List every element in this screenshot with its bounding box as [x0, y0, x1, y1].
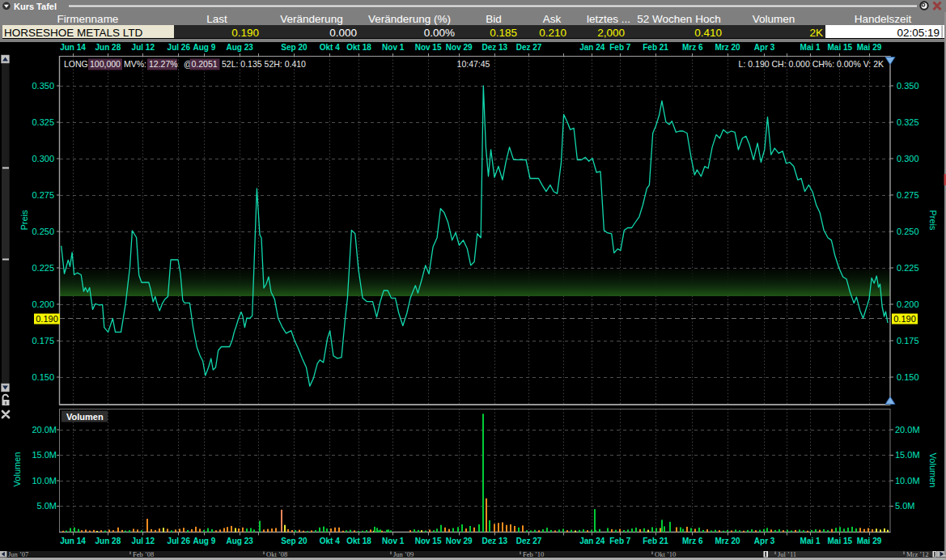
svg-text:Feb 21: Feb 21	[643, 43, 668, 52]
svg-text:0.250: 0.250	[897, 227, 919, 236]
svg-text:52L: 0.135 52H: 0.410: 52L: 0.135 52H: 0.410	[222, 59, 306, 69]
svg-text:Jul 26: Jul 26	[168, 537, 191, 545]
svg-text:20.0M: 20.0M	[895, 425, 920, 435]
svg-text:Jul 12: Jul 12	[132, 43, 155, 52]
svg-text:Aug 9: Aug 9	[193, 537, 216, 545]
svg-text:0.175: 0.175	[32, 336, 54, 346]
svg-text:Jan 24: Jan 24	[579, 43, 605, 52]
svg-text:10:47:45: 10:47:45	[457, 59, 490, 69]
svg-text:Mrz 6: Mrz 6	[682, 537, 703, 545]
svg-text:Preis: Preis	[19, 210, 29, 231]
svg-text:Nov 1: Nov 1	[382, 43, 405, 52]
svg-text:Dez 27: Dez 27	[516, 537, 542, 545]
svg-text:LONG: LONG	[64, 59, 88, 69]
svg-text:Feb 21: Feb 21	[643, 537, 668, 545]
svg-text:0.190: 0.190	[893, 314, 916, 324]
svg-text:0.190: 0.190	[36, 314, 58, 324]
svg-text:100,000: 100,000	[90, 59, 121, 69]
svg-text:Sep 20: Sep 20	[281, 43, 308, 52]
svg-text:0.350: 0.350	[897, 81, 919, 91]
svg-text:Mai 15: Mai 15	[828, 537, 853, 545]
svg-text:0.150: 0.150	[32, 372, 54, 382]
svg-text:Jul 12: Jul 12	[132, 537, 155, 545]
svg-text:Jan 24: Jan 24	[579, 537, 605, 545]
svg-text:Preis: Preis	[928, 210, 938, 231]
svg-text:Aug 9: Aug 9	[193, 43, 216, 52]
svg-text:Jun 14: Jun 14	[60, 43, 86, 52]
svg-text:0.325: 0.325	[897, 117, 919, 127]
svg-text:0.175: 0.175	[897, 336, 919, 346]
svg-text:Mrz 20: Mrz 20	[715, 537, 741, 545]
svg-text:Mai 1: Mai 1	[800, 537, 821, 545]
svg-text:20.0M: 20.0M	[32, 425, 57, 435]
svg-text:Nov 15: Nov 15	[415, 43, 442, 52]
svg-text:L: 0.190 CH: 0.000 CH%: 0.00%: L: 0.190 CH: 0.000 CH%: 0.00% V: 2K	[739, 59, 884, 69]
svg-text:Apr 3: Apr 3	[754, 43, 775, 52]
svg-text:Nov 29: Nov 29	[446, 537, 473, 545]
svg-text:Mai 29: Mai 29	[857, 43, 882, 52]
svg-text:5.0M: 5.0M	[895, 501, 914, 511]
svg-text:10.0M: 10.0M	[895, 476, 920, 486]
svg-text:15.0M: 15.0M	[32, 450, 57, 460]
svg-text:Jun 28: Jun 28	[95, 537, 121, 545]
svg-text:0.2051: 0.2051	[192, 59, 218, 69]
svg-text:0.150: 0.150	[897, 372, 919, 382]
svg-text:Mai 29: Mai 29	[857, 537, 882, 545]
svg-text:Okt 18: Okt 18	[346, 537, 371, 545]
svg-text:0.225: 0.225	[32, 263, 54, 273]
svg-text:0.300: 0.300	[897, 154, 919, 163]
svg-text:Volumen: Volumen	[928, 453, 938, 488]
svg-text:0.325: 0.325	[32, 117, 54, 127]
svg-text:Feb 7: Feb 7	[609, 537, 631, 545]
svg-text:0.275: 0.275	[897, 190, 919, 200]
svg-text:Okt 4: Okt 4	[320, 537, 340, 545]
svg-text:Nov 29: Nov 29	[446, 43, 473, 52]
svg-text:Mrz 6: Mrz 6	[682, 43, 703, 52]
svg-text:0.275: 0.275	[32, 190, 54, 200]
svg-text:Aug 23: Aug 23	[227, 43, 254, 52]
svg-text:Feb 7: Feb 7	[609, 43, 631, 52]
svg-text:0.200: 0.200	[897, 299, 919, 309]
svg-text:0.350: 0.350	[32, 81, 54, 91]
svg-text:Mai 1: Mai 1	[800, 43, 821, 52]
svg-text:Sep 20: Sep 20	[281, 537, 308, 545]
svg-text:15.0M: 15.0M	[895, 450, 920, 460]
svg-text:Dez 13: Dez 13	[481, 537, 507, 545]
svg-text:Dez 27: Dez 27	[516, 43, 542, 52]
svg-text:Apr 3: Apr 3	[754, 537, 775, 545]
svg-text:0.300: 0.300	[32, 154, 54, 163]
svg-text:10.0M: 10.0M	[32, 476, 57, 486]
svg-text:Jun 28: Jun 28	[95, 43, 121, 52]
svg-text:Jul 26: Jul 26	[168, 43, 191, 52]
svg-text:Mai 15: Mai 15	[828, 43, 853, 52]
svg-text:Dez 13: Dez 13	[481, 43, 507, 52]
svg-text:Nov 1: Nov 1	[382, 537, 405, 545]
svg-text:Nov 15: Nov 15	[415, 537, 442, 545]
svg-text:Aug 23: Aug 23	[227, 537, 254, 545]
svg-text:Mrz 20: Mrz 20	[715, 43, 741, 52]
svg-text:Jun 14: Jun 14	[60, 537, 86, 545]
svg-text:12.27%: 12.27%	[149, 59, 178, 69]
svg-text:Volumen: Volumen	[66, 412, 104, 422]
svg-text:Okt 18: Okt 18	[346, 43, 371, 52]
svg-text:5.0M: 5.0M	[37, 501, 57, 511]
svg-text:Okt 4: Okt 4	[320, 43, 340, 52]
svg-text:MV%:: MV%:	[124, 59, 146, 69]
svg-text:0.225: 0.225	[897, 263, 919, 273]
svg-text:0.250: 0.250	[32, 227, 54, 236]
svg-text:Volumen: Volumen	[12, 452, 22, 487]
svg-text:0.200: 0.200	[32, 299, 54, 309]
